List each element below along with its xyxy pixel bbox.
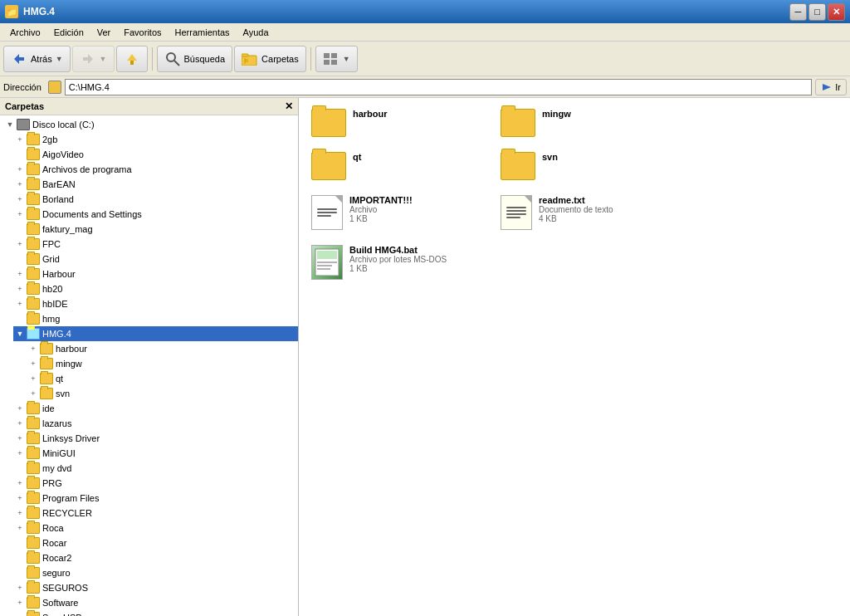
tree-item-mydvd[interactable]: my dvd <box>13 461 298 476</box>
file-item-qt[interactable]: qt <box>305 148 488 184</box>
expander-harbour2[interactable]: + <box>27 342 40 355</box>
tree-item-archivos[interactable]: + Archivos de programa <box>13 162 298 177</box>
tree-item-hbide[interactable]: + hbIDE <box>13 296 298 311</box>
expander-mydvd[interactable] <box>13 462 27 475</box>
tree-item-seguros[interactable]: + SEGUROS <box>13 580 298 595</box>
expander-fpc[interactable]: + <box>13 237 27 251</box>
folder-tree[interactable]: ▼ Disco local (C:) + 2gb AigoVideo + Arc… <box>0 115 298 616</box>
expander-svn[interactable]: + <box>27 387 40 400</box>
tree-item-harbour2[interactable]: + harbour <box>27 341 298 356</box>
expander-prg[interactable]: + <box>13 477 27 490</box>
sidebar-close-icon[interactable]: ✕ <box>285 100 293 112</box>
menu-edicion[interactable]: Edición <box>47 26 90 39</box>
expander-linksys[interactable]: + <box>13 432 27 445</box>
expander-disco[interactable]: ▼ <box>3 118 17 131</box>
tree-item-qt[interactable]: + qt <box>27 371 298 386</box>
expander-sonyusb[interactable] <box>13 611 27 616</box>
tree-item-ide[interactable]: + ide <box>13 401 298 416</box>
tree-item-borland[interactable]: + Borland <box>13 192 298 207</box>
expander-hmg[interactable] <box>13 312 27 325</box>
forward-button[interactable]: ▼ <box>72 46 115 72</box>
file-item-readme[interactable]: readme.txt Documento de texto 4 KB <box>495 191 677 234</box>
tree-item-mingw[interactable]: + mingw <box>27 356 298 371</box>
expander-lazarus[interactable]: + <box>13 417 27 430</box>
minimize-button[interactable]: ─ <box>789 3 807 21</box>
tree-item-seguro[interactable]: seguro <box>13 565 298 580</box>
tree-item-rocar2[interactable]: Rocar2 <box>13 550 298 565</box>
expander-mingw[interactable]: + <box>27 357 40 370</box>
tree-item-hmg4[interactable]: ▼ HMG.4 <box>13 326 298 341</box>
menu-ayuda[interactable]: Ayuda <box>237 26 276 39</box>
tree-item-rocar[interactable]: Rocar <box>13 535 298 550</box>
tree-item-lazarus[interactable]: + lazarus <box>13 416 298 431</box>
expander-rocar[interactable] <box>13 536 27 550</box>
back-button[interactable]: Atrás ▼ <box>3 46 71 72</box>
tree-label-qt: qt <box>56 374 63 384</box>
expander-qt[interactable]: + <box>27 372 40 385</box>
expander-recycler[interactable]: + <box>13 506 27 520</box>
forward-dropdown-icon[interactable]: ▼ <box>100 55 107 63</box>
expander-faktury[interactable] <box>13 222 27 236</box>
menu-favoritos[interactable]: Favoritos <box>117 26 168 39</box>
file-area[interactable]: harbour mingw qt svn <box>299 98 850 616</box>
expander-software[interactable]: + <box>13 596 27 609</box>
menu-archivo[interactable]: Archivo <box>3 26 47 39</box>
go-button[interactable]: Ir <box>815 79 847 95</box>
tree-item-recycler[interactable]: + RECYCLER <box>13 506 298 521</box>
tree-item-disco[interactable]: ▼ Disco local (C:) <box>0 117 298 132</box>
expander-2gb[interactable]: + <box>13 133 27 146</box>
expander-roca[interactable]: + <box>13 521 27 535</box>
expander-documents[interactable]: + <box>13 208 27 221</box>
tree-item-barean[interactable]: + BarEAN <box>13 177 298 192</box>
tree-item-programfiles[interactable]: + Program Files <box>13 491 298 506</box>
tree-item-linksys[interactable]: + Linksys Driver <box>13 431 298 446</box>
expander-minigui[interactable]: + <box>13 447 27 460</box>
expander-borland[interactable]: + <box>13 193 27 206</box>
views-dropdown-icon[interactable]: ▼ <box>343 55 350 63</box>
address-input[interactable] <box>65 79 812 95</box>
tree-item-hmg[interactable]: hmg <box>13 311 298 326</box>
expander-archivos[interactable]: + <box>13 163 27 176</box>
maximize-button[interactable]: □ <box>808 3 826 21</box>
menu-herramientas[interactable]: Herramientas <box>169 26 237 39</box>
back-dropdown-icon[interactable]: ▼ <box>56 55 63 63</box>
expander-aigovideo[interactable] <box>13 148 27 161</box>
menu-ver[interactable]: Ver <box>90 26 118 39</box>
tree-item-harbour[interactable]: + Harbour <box>13 266 298 281</box>
expander-hmg4[interactable]: ▼ <box>13 327 27 340</box>
file-item-mingw[interactable]: mingw <box>495 105 677 141</box>
expander-programfiles[interactable]: + <box>13 491 27 505</box>
up-button[interactable] <box>116 46 148 72</box>
tree-item-hb20[interactable]: + hb20 <box>13 281 298 296</box>
close-button[interactable]: ✕ <box>828 3 845 21</box>
expander-barean[interactable]: + <box>13 178 27 191</box>
tree-item-software[interactable]: + Software <box>13 595 298 610</box>
tree-item-prg[interactable]: + PRG <box>13 476 298 491</box>
expander-harbour[interactable]: + <box>13 267 27 281</box>
expander-ide[interactable]: + <box>13 402 27 415</box>
expander-rocar2[interactable] <box>13 551 27 565</box>
tree-item-faktury[interactable]: faktury_mag <box>13 222 298 237</box>
expander-hb20[interactable]: + <box>13 282 27 296</box>
search-button[interactable]: Búsqueda <box>157 46 233 72</box>
tree-item-aigovideo[interactable]: AigoVideo <box>13 147 298 162</box>
tree-item-roca[interactable]: + Roca <box>13 521 298 535</box>
tree-item-fpc[interactable]: + FPC <box>13 237 298 252</box>
file-item-important[interactable]: IMPORTANT!!! Archivo 1 KB <box>305 191 488 234</box>
folders-button[interactable]: Carpetas <box>234 46 306 72</box>
file-item-harbour[interactable]: harbour <box>305 105 488 141</box>
expander-hbide[interactable]: + <box>13 297 27 310</box>
folder-icon-ide <box>27 403 40 414</box>
tree-item-svn[interactable]: + svn <box>27 386 298 401</box>
file-item-build[interactable]: Build HMG4.bat Archivo por lotes MS-DOS … <box>305 241 488 284</box>
expander-seguro[interactable] <box>13 566 27 579</box>
file-item-svn[interactable]: svn <box>495 148 677 184</box>
expander-seguros[interactable]: + <box>13 581 27 594</box>
tree-item-documents[interactable]: + Documents and Settings <box>13 207 298 222</box>
expander-grid[interactable] <box>13 252 27 266</box>
tree-item-sonyusb[interactable]: SonyUSB <box>13 610 298 616</box>
tree-item-grid[interactable]: Grid <box>13 252 298 266</box>
tree-item-minigui[interactable]: + MiniGUI <box>13 446 298 461</box>
tree-item-2gb[interactable]: + 2gb <box>13 132 298 147</box>
views-button[interactable]: ▼ <box>315 46 358 72</box>
